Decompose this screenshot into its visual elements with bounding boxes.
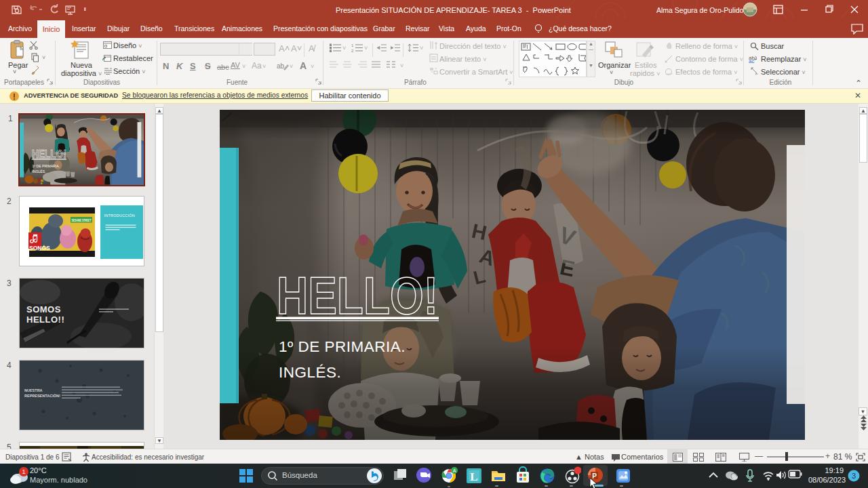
svg-text:1: 1 bbox=[351, 43, 354, 47]
svg-text:INTRODUCCIÓN: INTRODUCCIÓN bbox=[104, 214, 136, 218]
svg-text:3: 3 bbox=[852, 472, 856, 480]
svg-text:1: 1 bbox=[22, 468, 25, 475]
svg-text:HELLO!!: HELLO!! bbox=[26, 314, 64, 325]
svg-text:1º DE PRIMARIA.: 1º DE PRIMARIA. bbox=[32, 164, 60, 168]
svg-text:1º DE PRIMARIA.: 1º DE PRIMARIA. bbox=[279, 338, 406, 355]
svg-text:SONGS: SONGS bbox=[29, 245, 50, 251]
svg-text:INGLÉS.: INGLÉS. bbox=[279, 364, 341, 381]
svg-text:A: A bbox=[453, 468, 456, 473]
svg-text:SOMOS: SOMOS bbox=[26, 304, 61, 314]
svg-text:ac: ac bbox=[749, 58, 754, 63]
svg-text:L: L bbox=[470, 470, 477, 483]
svg-text:REPRESENTACIÓN!: REPRESENTACIÓN! bbox=[24, 393, 60, 398]
svg-text:INGLÉS.: INGLÉS. bbox=[32, 169, 45, 174]
svg-text:HELLO!: HELLO! bbox=[277, 266, 438, 325]
svg-text:ab: ab bbox=[277, 62, 285, 70]
svg-text:NUESTRA: NUESTRA bbox=[24, 388, 43, 392]
svg-text:2: 2 bbox=[351, 49, 354, 52]
svg-text:SESAME STREET: SESAME STREET bbox=[72, 218, 92, 222]
